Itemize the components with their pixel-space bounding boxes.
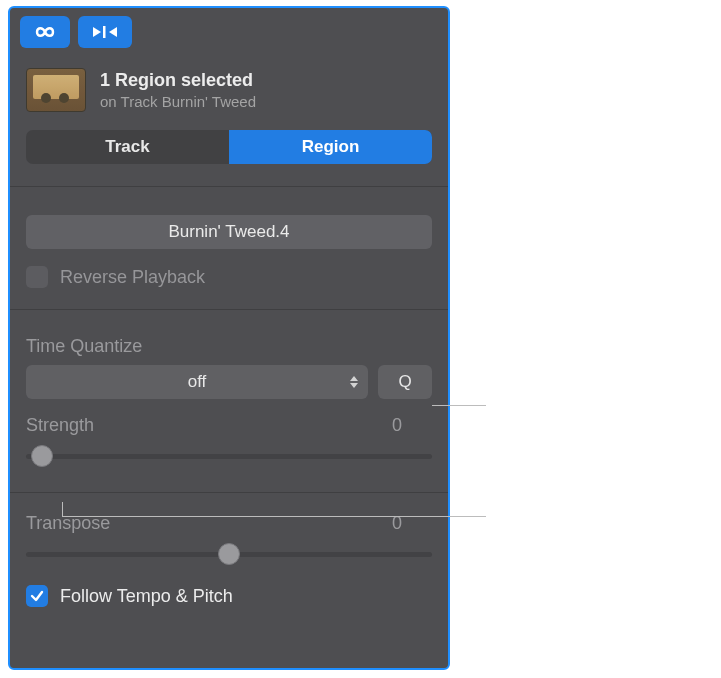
transpose-slider[interactable]: [26, 540, 432, 568]
selection-header-text: 1 Region selected on Track Burnin' Tweed: [100, 70, 256, 110]
time-quantize-value: off: [188, 372, 207, 392]
track-region-segmented-control: Track Region: [26, 130, 432, 164]
quantize-button[interactable]: Q: [378, 365, 432, 399]
selection-title: 1 Region selected: [100, 70, 256, 91]
loop-icon: [31, 24, 59, 40]
tab-region[interactable]: Region: [229, 130, 432, 164]
strength-row: Strength 0: [26, 415, 402, 436]
region-name-field[interactable]: Burnin' Tweed.4: [26, 215, 432, 249]
track-thumbnail: [26, 68, 86, 112]
strength-value: 0: [392, 415, 402, 436]
callout-leader: [62, 502, 63, 516]
transpose-slider-thumb[interactable]: [218, 543, 240, 565]
updown-arrows-icon: [350, 376, 358, 388]
tab-track[interactable]: Track: [26, 130, 229, 164]
strength-slider[interactable]: [26, 442, 432, 470]
divider: [10, 492, 448, 493]
selection-subtitle: on Track Burnin' Tweed: [100, 93, 256, 110]
time-quantize-row: off Q: [26, 365, 432, 399]
reverse-playback-checkbox[interactable]: [26, 266, 48, 288]
divider: [10, 186, 448, 187]
follow-tempo-pitch-row: Follow Tempo & Pitch: [26, 582, 432, 610]
follow-tempo-pitch-label: Follow Tempo & Pitch: [60, 586, 233, 607]
strength-label: Strength: [26, 415, 94, 436]
reverse-playback-label: Reverse Playback: [60, 267, 205, 288]
time-quantize-label: Time Quantize: [26, 336, 432, 357]
time-quantize-dropdown[interactable]: off: [26, 365, 368, 399]
follow-tempo-pitch-checkbox[interactable]: [26, 585, 48, 607]
reverse-playback-row: Reverse Playback: [26, 263, 432, 291]
region-inspector-panel: 1 Region selected on Track Burnin' Tweed…: [8, 6, 450, 670]
callout-leader: [62, 516, 486, 517]
catch-playhead-button[interactable]: [78, 16, 132, 48]
divider: [10, 309, 448, 310]
loop-icon-button[interactable]: [20, 16, 70, 48]
svg-rect-0: [103, 26, 106, 38]
transpose-slider-track: [26, 552, 432, 557]
strength-slider-thumb[interactable]: [31, 445, 53, 467]
top-toolbar: [10, 8, 448, 52]
callout-leader: [432, 405, 486, 406]
selection-header: 1 Region selected on Track Burnin' Tweed: [10, 52, 448, 124]
catch-playhead-icon: [90, 23, 120, 41]
strength-slider-track: [26, 454, 432, 459]
